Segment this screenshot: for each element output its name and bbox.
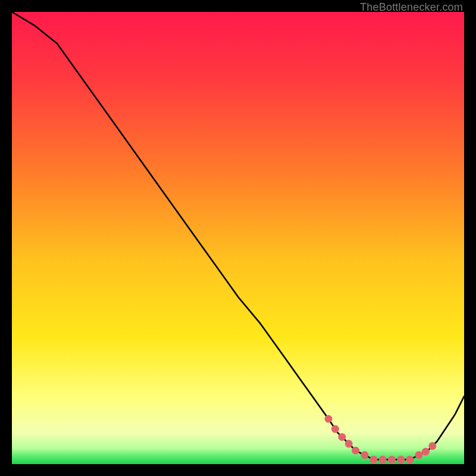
bottleneck-curve-path xyxy=(12,12,464,459)
curve-marker xyxy=(428,442,436,450)
curve-marker xyxy=(361,451,368,459)
curve-marker xyxy=(352,447,359,455)
plot-frame xyxy=(12,12,464,464)
curve-marker xyxy=(325,415,333,423)
curve-marker xyxy=(331,425,339,433)
chart-curve xyxy=(12,12,464,464)
curve-marker xyxy=(379,456,387,464)
curve-marker xyxy=(397,456,405,464)
curve-marker xyxy=(406,456,414,464)
curve-marker xyxy=(345,440,353,447)
curve-marker xyxy=(415,451,423,459)
curve-marker xyxy=(388,456,396,464)
curve-marker xyxy=(370,456,378,464)
curve-marker xyxy=(422,448,430,456)
chart-container: TheBottlenecker.com xyxy=(0,0,476,476)
curve-marker xyxy=(338,433,346,441)
